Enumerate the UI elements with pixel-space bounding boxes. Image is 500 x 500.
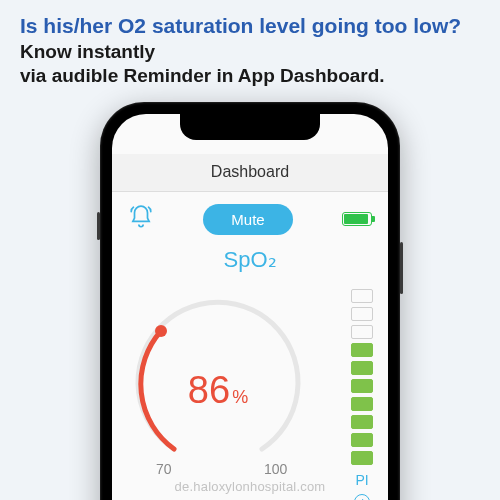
gauge-number: 86 — [188, 369, 230, 411]
pi-bar — [351, 325, 373, 339]
title-bar: Dashboard — [112, 154, 388, 192]
gauge-tick-min: 70 — [156, 461, 172, 477]
measure-label: SpO₂ — [112, 247, 388, 273]
promo-subline: Know instantlyvia audible Reminder in Ap… — [20, 40, 480, 88]
pi-bar — [351, 289, 373, 303]
svg-point-0 — [155, 325, 167, 337]
mute-button[interactable]: Mute — [203, 204, 292, 235]
gauge-tick-max: 100 — [264, 461, 287, 477]
pi-bar — [351, 379, 373, 393]
pi-bar — [351, 451, 373, 465]
pi-bar-column: PI i — [342, 289, 382, 501]
pi-bar — [351, 343, 373, 357]
pi-bar — [351, 361, 373, 375]
info-icon[interactable]: i — [354, 494, 370, 501]
phone-notch — [180, 114, 320, 140]
phone-frame: Dashboard Mute SpO₂ — [100, 102, 400, 501]
phone-screen: Dashboard Mute SpO₂ — [112, 114, 388, 501]
top-row: Mute — [112, 192, 388, 243]
pi-bar — [351, 307, 373, 321]
pi-bar — [351, 415, 373, 429]
gauge-area: 86% 70 100 PI i — [112, 279, 388, 489]
battery-fill — [344, 214, 368, 224]
watermark-text: de.haloxylonhospital.com — [0, 479, 500, 494]
page-title: Dashboard — [211, 163, 289, 181]
gauge-value: 86% — [118, 369, 318, 412]
battery-icon — [342, 212, 372, 226]
promo-headline: Is his/her O2 saturation level going too… — [20, 14, 480, 38]
bell-icon[interactable] — [128, 204, 154, 234]
pi-bar — [351, 433, 373, 447]
pi-bar — [351, 397, 373, 411]
gauge-unit: % — [232, 387, 248, 407]
